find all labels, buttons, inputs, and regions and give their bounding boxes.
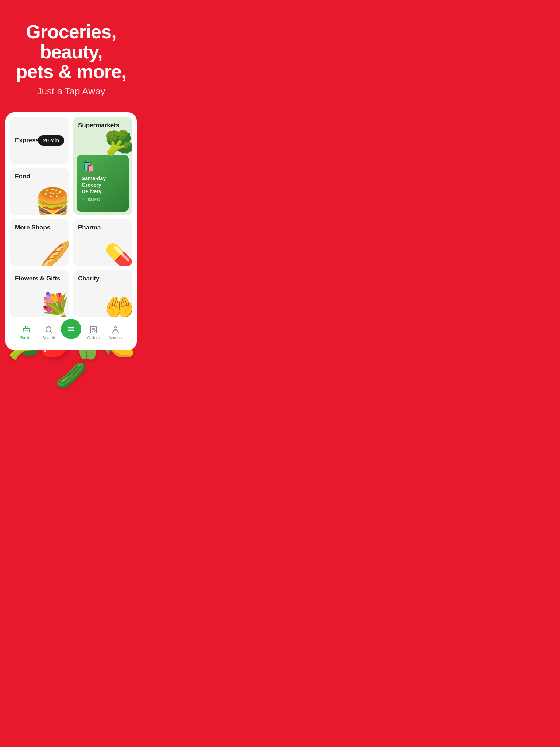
bottom-decoration: 🥦🍅🫑🍋🥒 [0, 347, 142, 390]
hero-title: Groceries, beauty, pets & more, [11, 22, 131, 82]
flowers-label: Flowers & Gifts [15, 275, 61, 282]
basket-nav-label: Basket [20, 336, 33, 340]
pharma-icon: 💊 [105, 244, 132, 266]
vegetable-decoration: 🥦🍅🫑🍋🥒 [0, 347, 142, 390]
center-menu-button[interactable] [61, 319, 81, 339]
basket-brand: 🛒 basket [82, 197, 124, 202]
more-shops-label: More Shops [15, 224, 50, 231]
account-nav-label: Account [108, 336, 123, 340]
nav-basket[interactable]: Basket [16, 325, 38, 340]
svg-point-1 [27, 330, 28, 331]
search-nav-icon [44, 325, 53, 334]
svg-point-10 [114, 327, 117, 330]
pharma-label: Pharma [78, 224, 101, 231]
orders-nav-label: Orders [87, 336, 100, 340]
supermarkets-bag-visual: 🛍️ Same-dayGroceryDelivery. 🛒 basket [77, 155, 129, 212]
orders-icon [89, 325, 98, 334]
nav-search[interactable]: Search [38, 325, 60, 340]
express-badge: 20 Min [38, 135, 64, 146]
charity-category[interactable]: Charity 🤲 [73, 270, 132, 317]
nav-orders[interactable]: Orders [82, 325, 104, 340]
account-icon [111, 325, 120, 334]
veggies-icon: 🥦 [105, 129, 132, 157]
hero-subtitle: Just a Tap Away [11, 85, 131, 98]
express-category[interactable]: Express 20 Min [10, 117, 69, 164]
bag-icon: 🛍️ [82, 160, 124, 172]
bag-text: Same-dayGroceryDelivery. [82, 175, 124, 195]
charity-icon: 🤲 [105, 295, 132, 317]
supermarkets-label: Supermarkets [78, 122, 119, 129]
food-category[interactable]: Food 🍔 [10, 168, 69, 215]
menu-lines-icon [66, 324, 76, 334]
more-shops-category[interactable]: More Shops 🥖 [10, 219, 69, 266]
bottom-navigation: Basket Search [15, 321, 127, 346]
flowers-icon: 💐 [39, 294, 69, 317]
nav-account[interactable]: Account [105, 325, 127, 340]
nav-menu-center[interactable] [60, 322, 82, 339]
express-label: Express [15, 137, 39, 144]
supermarkets-category[interactable]: Supermarkets 🛍️ Same-dayGroceryDelivery.… [73, 117, 132, 215]
food-icon: 🍔 [35, 189, 69, 215]
food-label: Food [15, 173, 30, 180]
svg-point-0 [25, 330, 26, 331]
more-shops-icon: 🥖 [39, 243, 69, 266]
pharma-category[interactable]: Pharma 💊 [73, 219, 132, 266]
flowers-category[interactable]: Flowers & Gifts 💐 [10, 270, 69, 317]
hero-section: Groceries, beauty, pets & more, Just a T… [0, 0, 142, 109]
charity-label: Charity [78, 275, 100, 282]
basket-icon [22, 325, 31, 334]
search-nav-label: Search [42, 336, 55, 340]
main-card: Express 20 Min Food 🍔 More Shops 🥖 Flowe… [5, 112, 137, 350]
